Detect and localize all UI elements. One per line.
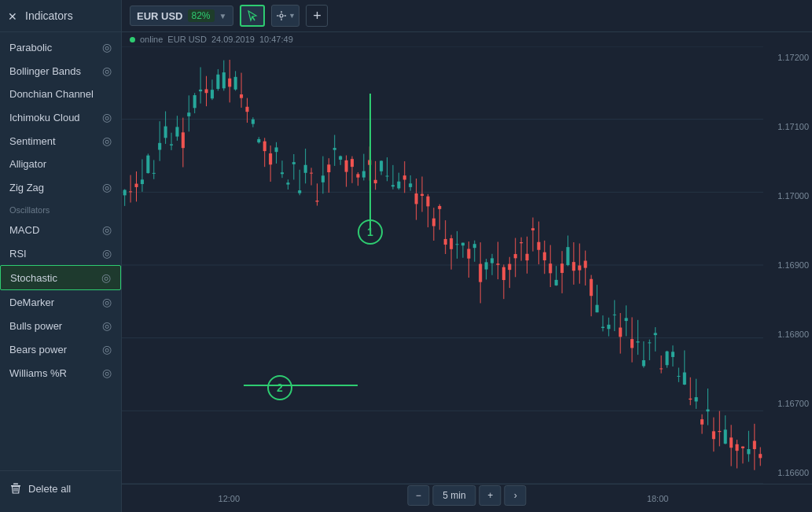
sidebar: ✕ Indicators Parabolic ◎ Bollinger Bands… [0, 0, 122, 512]
timeframe-plus-button[interactable]: + [479, 485, 502, 506]
sidebar-footer: Delete all [0, 470, 121, 506]
nav-arrow-icon: ◎ [102, 41, 112, 53]
nav-arrow-icon: ◎ [102, 296, 112, 308]
trash-icon [9, 482, 22, 495]
chart-info-bar: online EUR USD 24.09.2019 10:47:49 [122, 32, 812, 46]
price-label-5: 1.16800 [768, 330, 809, 339]
sidebar-item-bulls-power[interactable]: Bulls power ◎ [0, 314, 121, 337]
sidebar-item-zigzag[interactable]: Zig Zag ◎ [0, 175, 121, 199]
chart-date: 24.09.2019 [211, 35, 255, 44]
nav-arrow-icon: ◎ [101, 271, 111, 284]
sidebar-header: ✕ Indicators [0, 0, 121, 32]
main-area: EUR USD 82% ▼ ▼ + online EUR USD 24 [122, 0, 812, 512]
nav-arrow-icon: ◎ [102, 111, 112, 123]
nav-arrow-icon: ◎ [102, 134, 112, 147]
annotation-circle-2: 2 [267, 375, 292, 400]
nav-arrow-icon: ◎ [102, 343, 112, 355]
time-label-3: 18:00 [647, 494, 669, 503]
price-label-4: 1.16900 [768, 260, 809, 270]
dropdown-arrow-icon: ▼ [219, 12, 227, 20]
annotation-circle-1: 1 [358, 219, 383, 245]
timeframe-next-button[interactable]: › [505, 485, 527, 506]
sidebar-item-demarker[interactable]: DeMarker ◎ [0, 290, 121, 314]
symbol-text: EUR USD [137, 10, 183, 22]
cursor-icon [246, 9, 259, 22]
svg-rect-1 [13, 484, 18, 485]
sidebar-item-macd[interactable]: MACD ◎ [0, 218, 121, 241]
timeframe-minus-button[interactable]: − [407, 485, 429, 506]
sidebar-item-sentiment[interactable]: Sentiment ◎ [0, 129, 121, 153]
delete-all-button[interactable]: Delete all [9, 479, 71, 498]
chart-bottom-bar: 12:00 15:00 18:00 − 5 min + › [122, 484, 812, 512]
nav-arrow-icon: ◎ [102, 319, 112, 332]
svg-line-5 [252, 17, 255, 20]
price-label-1: 1.17200 [768, 53, 809, 62]
price-label-3: 1.17000 [768, 191, 809, 201]
nav-arrow-icon: ◎ [102, 367, 112, 379]
svg-point-6 [280, 14, 283, 17]
online-dot [130, 37, 135, 42]
sidebar-item-alligator[interactable]: Alligator [0, 153, 121, 175]
sidebar-item-rsi[interactable]: RSI ◎ [0, 241, 121, 265]
price-chart [122, 46, 812, 484]
sidebar-item-williams[interactable]: Williams %R ◎ [0, 361, 121, 385]
settings-dropdown-arrow: ▼ [288, 12, 296, 20]
chart-time: 10:47:49 [259, 35, 293, 44]
annotation-line-1 [369, 94, 371, 231]
price-label-6: 1.16700 [768, 399, 809, 408]
timeframe-controls: − 5 min + › [407, 485, 526, 506]
sidebar-items: Parabolic ◎ Bollinger Bands ◎ Donchian C… [0, 32, 121, 470]
chart-status: online [140, 35, 163, 44]
price-axis: 1.17200 1.17100 1.17000 1.16900 1.16800 … [765, 46, 812, 484]
percent-badge: 82% [188, 9, 215, 22]
nav-arrow-icon: ◎ [102, 247, 112, 260]
symbol-badge[interactable]: EUR USD 82% ▼ [130, 6, 233, 26]
add-button[interactable]: + [306, 5, 328, 27]
nav-arrow-icon: ◎ [102, 181, 112, 193]
close-icon[interactable]: ✕ [8, 10, 19, 21]
chart-toolbar: EUR USD 82% ▼ ▼ + [122, 0, 812, 32]
price-label-2: 1.17100 [768, 122, 809, 131]
sidebar-title: Indicators [25, 9, 73, 22]
sidebar-item-parabolic[interactable]: Parabolic ◎ [0, 35, 121, 59]
sidebar-item-ichimoku[interactable]: Ichimoku Cloud ◎ [0, 105, 121, 129]
timeframe-label: 5 min [432, 485, 476, 506]
time-label-1: 12:00 [219, 494, 241, 503]
oscillators-section-label: Oscillators [0, 199, 121, 218]
chart-container: 1.17200 1.17100 1.17000 1.16900 1.16800 … [122, 46, 812, 484]
drawing-tool-button[interactable] [240, 5, 265, 27]
settings-icon [276, 10, 287, 21]
sidebar-item-bollinger[interactable]: Bollinger Bands ◎ [0, 59, 121, 83]
nav-arrow-icon: ◎ [102, 64, 112, 77]
nav-arrow-icon: ◎ [102, 223, 112, 236]
annotation-arrow-2 [244, 385, 358, 386]
chart-symbol: EUR USD [167, 35, 207, 44]
sidebar-item-donchian[interactable]: Donchian Channel [0, 83, 121, 105]
sidebar-item-bears-power[interactable]: Bears power ◎ [0, 337, 121, 361]
price-label-7: 1.16600 [768, 468, 809, 477]
sidebar-item-stochastic[interactable]: Stochastic ◎ [0, 265, 121, 290]
settings-button[interactable]: ▼ [271, 5, 299, 27]
